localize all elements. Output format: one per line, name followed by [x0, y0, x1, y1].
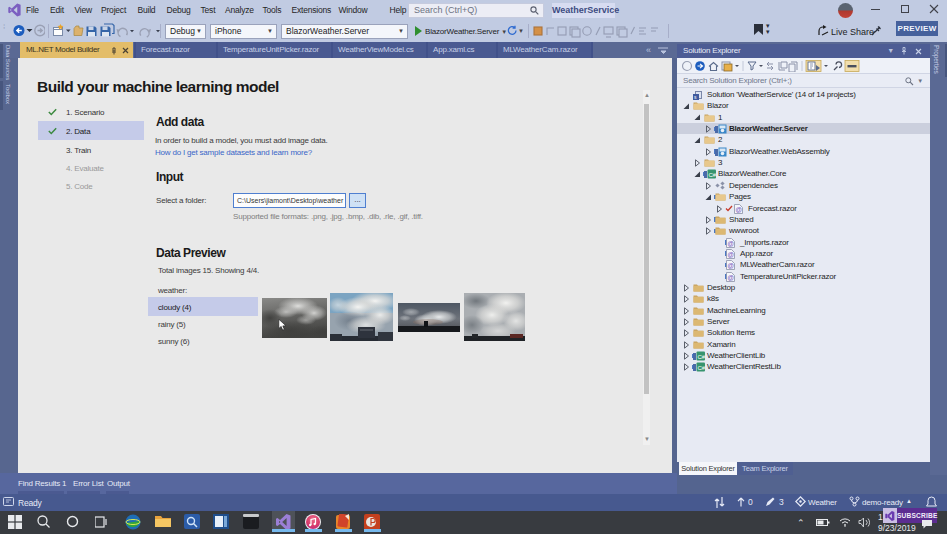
- svg-text:C#: C#: [698, 354, 706, 360]
- svg-text:C#: C#: [698, 365, 706, 371]
- svg-text:@: @: [736, 206, 742, 213]
- svg-text:C#: C#: [709, 172, 717, 178]
- svg-text:@: @: [728, 251, 734, 258]
- svg-text:@: @: [728, 274, 734, 281]
- svg-text:@: @: [728, 262, 734, 269]
- svg-text:@: @: [728, 240, 734, 247]
